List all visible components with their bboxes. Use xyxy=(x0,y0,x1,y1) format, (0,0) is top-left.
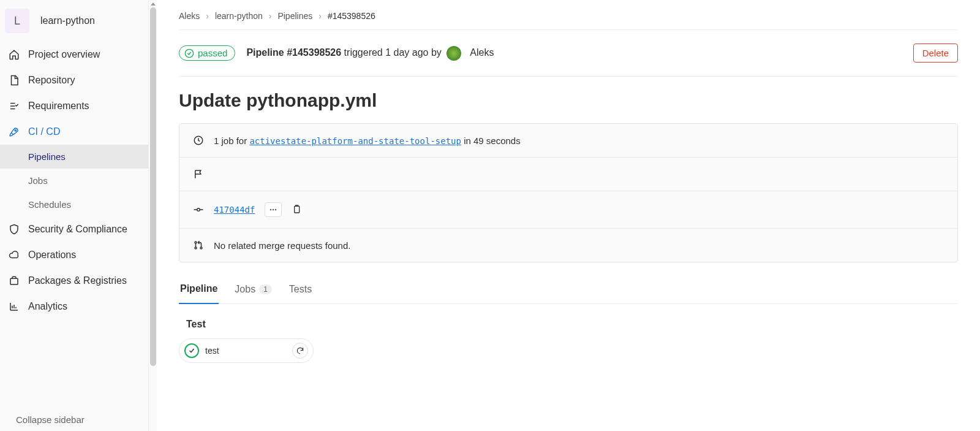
copy-commit-button[interactable] xyxy=(292,204,301,216)
commit-link[interactable]: 417044df xyxy=(214,205,255,215)
jobs-summary: 1 job for activestate-platform-and-state… xyxy=(214,135,521,146)
scroll-thumb[interactable] xyxy=(150,7,156,366)
rocket-icon xyxy=(9,126,20,137)
stage-title: Test xyxy=(186,319,958,330)
cloud-icon xyxy=(9,250,20,261)
more-button[interactable] xyxy=(265,202,282,217)
sidebar-label: Project overview xyxy=(28,49,100,60)
pipeline-info-box: 1 job for activestate-platform-and-state… xyxy=(179,123,958,262)
pipeline-header: passed Pipeline #145398526 triggered 1 d… xyxy=(179,30,958,77)
sidebar-label: Security & Compliance xyxy=(28,224,127,235)
merge-request-icon xyxy=(193,240,204,251)
collapse-sidebar[interactable]: Collapse sidebar xyxy=(0,408,156,431)
tab-jobs[interactable]: Jobs 1 xyxy=(233,277,273,303)
chevron-right-icon: › xyxy=(206,11,209,21)
sidebar-item-operations[interactable]: Operations xyxy=(0,242,156,268)
sidebar-item-cicd[interactable]: CI / CD xyxy=(0,119,156,145)
job-pill[interactable]: test xyxy=(179,338,314,363)
status-badge-passed[interactable]: passed xyxy=(179,45,235,61)
clock-icon xyxy=(193,135,204,146)
breadcrumb-user[interactable]: Aleks xyxy=(179,11,200,21)
breadcrumb-project[interactable]: learn-python xyxy=(215,11,263,21)
clipboard-icon xyxy=(292,204,301,214)
info-row-mr: No related merge requests found. xyxy=(179,229,957,262)
sidebar-sub-jobs[interactable]: Jobs xyxy=(0,169,156,193)
scroll-up-icon xyxy=(151,2,156,6)
tabs: Pipeline Jobs 1 Tests xyxy=(179,277,958,304)
svg-point-5 xyxy=(270,209,271,210)
pipeline-id[interactable]: Pipeline #145398526 xyxy=(246,47,341,58)
chevron-right-icon: › xyxy=(318,11,322,21)
tab-tests[interactable]: Tests xyxy=(288,277,313,303)
sidebar-sub-schedules[interactable]: Schedules xyxy=(0,193,156,216)
home-icon xyxy=(9,49,20,60)
status-text: passed xyxy=(198,48,227,58)
job-name: test xyxy=(205,346,219,356)
svg-point-6 xyxy=(273,209,274,210)
sidebar-item-analytics[interactable]: Analytics xyxy=(0,294,156,319)
status-success-icon xyxy=(184,343,199,358)
main-content: Aleks › learn-python › Pipelines › #1453… xyxy=(157,0,980,431)
document-icon xyxy=(9,75,20,86)
breadcrumb-section[interactable]: Pipelines xyxy=(277,11,312,21)
sidebar-label: CI / CD xyxy=(28,126,60,137)
project-name: learn-python xyxy=(40,15,95,26)
breadcrumb: Aleks › learn-python › Pipelines › #1453… xyxy=(179,0,958,30)
refresh-icon xyxy=(296,346,304,355)
svg-point-4 xyxy=(197,208,200,212)
svg-point-7 xyxy=(276,209,277,210)
sidebar-item-repository[interactable]: Repository xyxy=(0,67,156,93)
breadcrumb-id: #145398526 xyxy=(328,11,375,21)
sidebar-label: Operations xyxy=(28,250,76,261)
sidebar-sub-pipelines[interactable]: Pipelines xyxy=(0,145,156,169)
commit-icon xyxy=(193,204,204,215)
info-row-jobs: 1 job for activestate-platform-and-state… xyxy=(179,124,957,158)
delete-button[interactable]: Delete xyxy=(913,44,958,63)
svg-point-11 xyxy=(200,247,202,249)
sidebar-label: Repository xyxy=(28,75,75,86)
author-name[interactable]: Aleks xyxy=(470,47,494,58)
info-row-flag xyxy=(179,158,957,191)
chevron-right-icon: › xyxy=(269,11,272,21)
info-row-commit: 417044df xyxy=(179,191,957,229)
sidebar-label: Analytics xyxy=(28,301,67,312)
sidebar-label: Packages & Registries xyxy=(28,275,127,286)
project-header[interactable]: L learn-python xyxy=(0,0,156,42)
pipeline-meta: Pipeline #145398526 triggered 1 day ago … xyxy=(246,46,494,61)
svg-rect-8 xyxy=(295,206,300,213)
mr-text: No related merge requests found. xyxy=(214,240,350,251)
page-title: Update pythonapp.yml xyxy=(179,90,958,111)
shield-icon xyxy=(9,224,20,235)
svg-point-10 xyxy=(195,247,197,249)
branch-link[interactable]: activestate-platform-and-state-tool-setu… xyxy=(249,136,461,146)
chart-icon xyxy=(9,301,20,312)
sidebar-label: Requirements xyxy=(28,101,89,112)
ellipsis-icon xyxy=(269,205,277,214)
check-circle-icon xyxy=(184,48,194,58)
sidebar-item-security[interactable]: Security & Compliance xyxy=(0,216,156,242)
collapse-label: Collapse sidebar xyxy=(16,414,85,425)
sidebar-item-packages[interactable]: Packages & Registries xyxy=(0,268,156,294)
user-avatar[interactable] xyxy=(447,46,461,61)
sidebar: L learn-python Project overview Reposito… xyxy=(0,0,157,431)
sidebar-item-project-overview[interactable]: Project overview xyxy=(0,42,156,67)
svg-point-0 xyxy=(15,130,16,131)
list-check-icon xyxy=(9,101,20,112)
flag-icon xyxy=(193,169,204,180)
triggered-text: triggered 1 day ago by xyxy=(344,47,442,58)
sidebar-scrollbar[interactable] xyxy=(148,0,157,431)
svg-rect-1 xyxy=(10,278,18,284)
svg-point-9 xyxy=(195,242,197,243)
tab-pipeline[interactable]: Pipeline xyxy=(179,277,219,304)
sidebar-item-requirements[interactable]: Requirements xyxy=(0,93,156,119)
jobs-count-badge: 1 xyxy=(259,284,272,294)
project-avatar: L xyxy=(5,9,29,33)
svg-point-2 xyxy=(185,49,193,57)
package-icon xyxy=(9,275,20,286)
retry-button[interactable] xyxy=(292,343,308,359)
